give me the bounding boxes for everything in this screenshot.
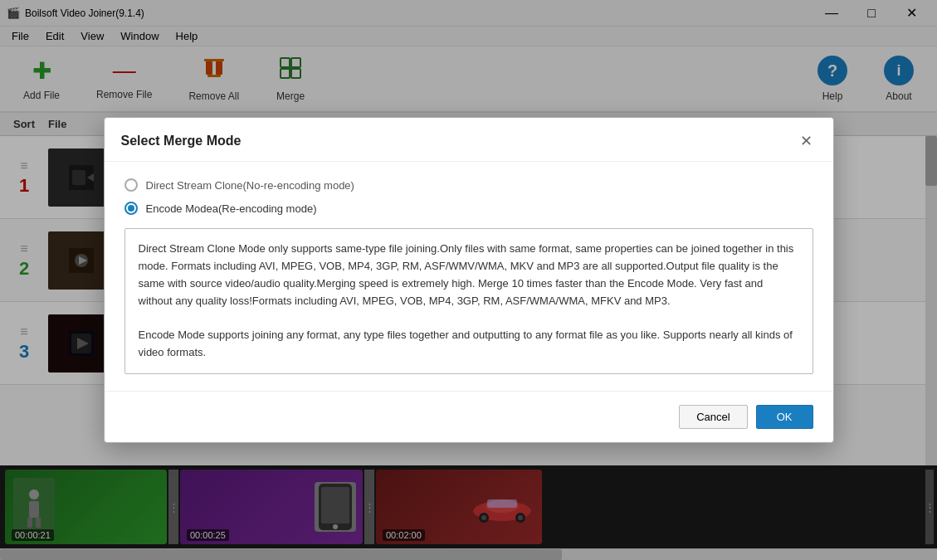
dialog-overlay: Select Merge Mode ✕ Direct Stream Clone(… bbox=[0, 0, 937, 560]
dialog-title: Select Merge Mode bbox=[121, 134, 242, 149]
dialog-footer: Cancel OK bbox=[105, 391, 833, 442]
radio-label-encode-mode: Encode Modea(Re-encoding mode) bbox=[146, 202, 317, 215]
dialog-header: Select Merge Mode ✕ bbox=[105, 118, 833, 162]
radio-item-direct-stream[interactable]: Direct Stream Clone(No-re-encoding mode) bbox=[124, 178, 813, 192]
radio-direct-stream[interactable] bbox=[124, 178, 138, 192]
mode-description-box: Direct Stream Clone Mode only supports s… bbox=[124, 228, 813, 374]
radio-encode-mode[interactable] bbox=[124, 202, 138, 215]
dialog-body: Direct Stream Clone(No-re-encoding mode)… bbox=[105, 162, 833, 391]
radio-dot bbox=[128, 205, 134, 212]
ok-button[interactable]: OK bbox=[756, 405, 813, 429]
description-text-2: Encode Mode supports joining any format,… bbox=[139, 327, 799, 362]
dialog-close-button[interactable]: ✕ bbox=[797, 131, 817, 151]
select-merge-mode-dialog: Select Merge Mode ✕ Direct Stream Clone(… bbox=[104, 117, 834, 443]
radio-item-encode-mode[interactable]: Encode Modea(Re-encoding mode) bbox=[124, 202, 813, 215]
radio-label-direct-stream: Direct Stream Clone(No-re-encoding mode) bbox=[146, 179, 354, 192]
cancel-button[interactable]: Cancel bbox=[679, 405, 747, 429]
merge-mode-radio-group: Direct Stream Clone(No-re-encoding mode)… bbox=[124, 178, 813, 215]
description-text-1: Direct Stream Clone Mode only supports s… bbox=[139, 241, 799, 309]
